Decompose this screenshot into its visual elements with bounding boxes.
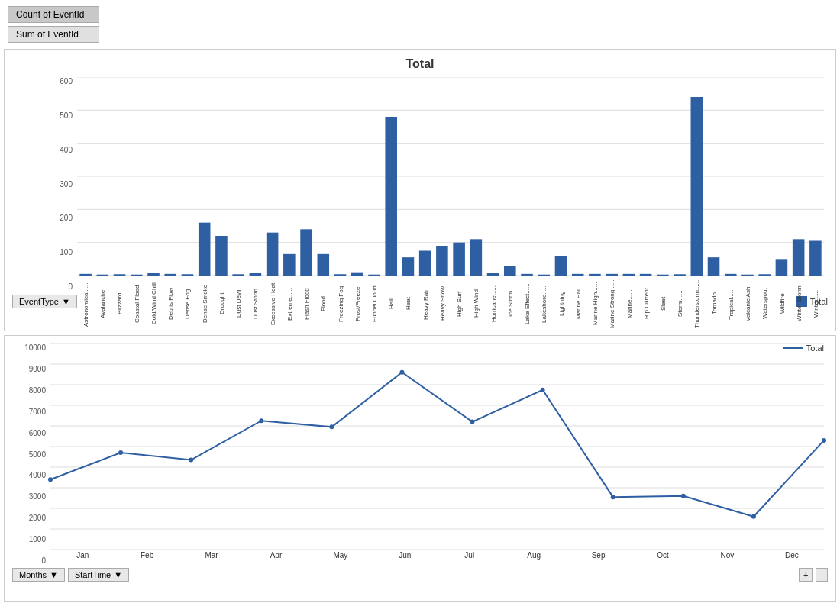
bar-rect (300, 229, 312, 276)
bar-x-label: Lake-Effect...... (519, 277, 535, 331)
line-chart-canvas (50, 343, 824, 550)
bar-x-label: Marine High...... (586, 277, 603, 331)
bar-rect (215, 236, 228, 276)
line-dot (399, 370, 404, 375)
bar-x-label: Volcanic Ash (739, 277, 756, 331)
bar-rect (182, 274, 194, 276)
bar-x-label: Dense Smoke (196, 277, 213, 331)
bar-x-label: Flood (315, 277, 331, 331)
bar-rect (487, 273, 499, 276)
bar-rect (809, 241, 822, 276)
bar-rect (97, 275, 109, 276)
bar-x-label: Dense Fog (179, 277, 195, 331)
nav-plus-button[interactable]: + (799, 568, 813, 582)
bar-y-label: 600 (8, 77, 76, 85)
months-dropdown[interactable]: Months ▼ (12, 568, 65, 582)
bar-rect (470, 239, 483, 276)
nav-minus-button[interactable]: - (816, 568, 828, 582)
bar-svg (77, 77, 824, 276)
bar-y-label: 300 (8, 180, 76, 189)
bar-x-label: Rip Current (638, 277, 654, 331)
line-y-label: 4000 (8, 471, 49, 479)
months-arrow-icon: ▼ (50, 570, 58, 579)
line-dot (118, 450, 123, 455)
bar-rect (147, 273, 160, 276)
metric-buttons: Count of EventId Sum of EventId (0, 0, 840, 49)
bar-x-label: Extreme...... (281, 277, 298, 331)
month-label: Dec (760, 551, 824, 565)
months-label: Months (19, 570, 47, 579)
bar-rect (368, 275, 380, 276)
month-label: May (309, 551, 373, 565)
bar-y-axis: 0100200300400500600 (8, 77, 76, 291)
bar-chart-canvas (77, 77, 824, 276)
bar-x-label: Dust Storm (247, 277, 263, 331)
bar-rect (521, 274, 533, 276)
bar-x-label: Astronomical...... (77, 277, 94, 331)
bar-x-label: Hail (383, 277, 399, 331)
line-y-label: 8000 (8, 386, 49, 395)
bar-rect (758, 274, 771, 276)
bar-x-axis: Astronomical......AvalancheBlizzardCoast… (77, 277, 824, 291)
line-dot (470, 420, 475, 424)
month-label: Mar (179, 551, 244, 565)
bar-x-label: Thunderstorm...... (688, 277, 705, 331)
bar-x-label: Cold/Wind Chill (145, 277, 162, 331)
line-y-label: 3000 (8, 492, 49, 501)
bar-rect (351, 273, 363, 276)
bar-x-label: Lakeshore...... (535, 277, 552, 331)
month-label: Sep (566, 551, 630, 565)
bar-x-label: Flash Flood (298, 277, 315, 331)
starttime-label: StartTime (75, 570, 111, 579)
month-label: Apr (244, 551, 308, 565)
bar-x-label: Marine...... (621, 277, 638, 331)
bar-x-label: Winter Storm (790, 277, 807, 331)
bar-rect (606, 274, 618, 276)
bar-rect (589, 274, 601, 276)
bar-rect (402, 257, 415, 276)
bar-y-label: 0 (8, 282, 76, 291)
bar-rect (538, 275, 550, 276)
bar-rect (164, 274, 176, 276)
bar-x-label: High Wind (467, 277, 484, 331)
bar-x-label: Storm...... (671, 277, 688, 331)
bar-rect (419, 251, 431, 276)
month-label: Jan (50, 551, 115, 565)
bar-rect (708, 257, 720, 276)
bar-rect (131, 275, 143, 276)
line-dot (681, 494, 686, 498)
bar-x-label: Drought (213, 277, 230, 331)
line-y-label: 9000 (8, 365, 49, 373)
month-label: Nov (695, 551, 759, 565)
bar-rect (250, 273, 262, 276)
bar-x-label: Heavy Rain (417, 277, 434, 331)
bar-x-label: Funnel Cloud (366, 277, 383, 331)
bar-rect (776, 259, 788, 276)
line-y-label: 1000 (8, 535, 49, 543)
bar-x-label: Winter...... (807, 277, 824, 331)
line-dot (611, 495, 615, 499)
bar-rect (436, 246, 448, 276)
month-label: Oct (631, 551, 695, 565)
bar-rect (504, 266, 516, 276)
bar-x-label: Tropical...... (722, 277, 739, 331)
bar-y-label: 400 (8, 146, 76, 154)
month-label: Feb (115, 551, 179, 565)
starttime-dropdown[interactable]: StartTime ▼ (68, 568, 129, 582)
bar-rect (199, 223, 211, 276)
line-dot (541, 388, 545, 392)
line-dot (822, 438, 826, 443)
bar-y-label: 500 (8, 111, 76, 120)
bar-rect (741, 275, 754, 276)
eventtype-dropdown[interactable]: EventType ▼ (12, 295, 77, 308)
bar-x-label: Ice Storm (502, 277, 519, 331)
sum-button[interactable]: Sum of EventId (8, 26, 99, 43)
line-dot (751, 514, 756, 519)
bar-x-label: Heat (399, 277, 416, 331)
bar-rect (640, 274, 652, 276)
bar-rect (334, 274, 347, 276)
count-button[interactable]: Count of EventId (8, 6, 99, 23)
bar-rect (555, 256, 567, 276)
line-dot (259, 418, 263, 423)
bar-x-label: Dust Devil (230, 277, 247, 331)
